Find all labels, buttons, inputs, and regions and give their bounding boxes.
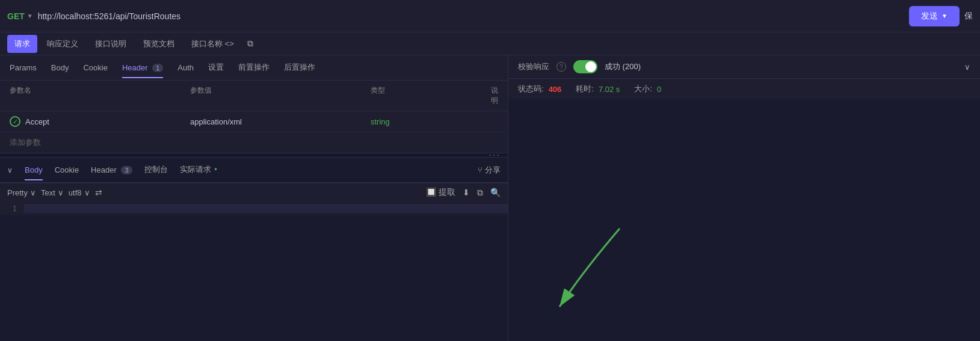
extract-text: 提取: [439, 187, 455, 197]
search-icon-symbol: 🔍: [490, 188, 501, 197]
resp-tab-body[interactable]: Body: [25, 161, 43, 180]
enabled-check-icon[interactable]: ✓: [10, 116, 20, 127]
table-header: 参数名 参数值 类型 说明: [0, 81, 508, 111]
param-name-value: Accept: [25, 117, 49, 126]
tab-api-description[interactable]: 接口说明: [88, 35, 134, 53]
send-label: 发送: [921, 11, 938, 22]
tab-post-op-label: 后置操作: [284, 63, 315, 72]
validate-toggle[interactable]: [573, 60, 597, 73]
param-value-text: application/xml: [190, 117, 242, 126]
param-type-text: string: [371, 117, 390, 126]
tab-response-definition[interactable]: 响应定义: [40, 35, 85, 53]
download-icon-symbol: ⬇: [463, 188, 470, 197]
code-area: 1: [0, 201, 508, 215]
param-value-cell[interactable]: application/xml: [190, 117, 371, 126]
toggle-knob: [585, 61, 596, 72]
validate-label: 校验响应: [518, 61, 549, 72]
url-input[interactable]: [38, 11, 904, 21]
pretty-label: Pretty: [7, 188, 28, 197]
table-row: ✓ Accept application/xml string: [0, 111, 508, 132]
copy-tab-icon[interactable]: ⧉: [244, 36, 257, 51]
tab-request-label: 请求: [14, 39, 30, 48]
action-icons-group: 🔲 提取 ⬇ ⧉ 🔍: [426, 187, 501, 198]
divider-bar: ···: [0, 153, 508, 158]
line-number-1: 1: [7, 204, 17, 213]
tab-settings[interactable]: 设置: [208, 57, 224, 79]
pretty-dropdown[interactable]: Pretty ∨: [7, 188, 36, 197]
tab-params[interactable]: Params: [10, 58, 37, 78]
resp-tab-actual-req[interactable]: 实际请求 •: [180, 159, 217, 181]
wrap-icon[interactable]: ⇄: [95, 188, 102, 197]
right-panel: 校验响应 ? 成功 (200) ∨ 状态码: 406 耗时: 7.02 s 大小…: [508, 55, 980, 341]
share-label: 分享: [485, 165, 501, 176]
url-bar: GET ▼ 发送 ▼ 保: [0, 0, 980, 32]
tab-header[interactable]: Header 1: [122, 58, 163, 78]
bottom-section: Params Body Cookie Header 1 Auth 设置: [0, 55, 980, 341]
resp-tab-console[interactable]: 控制台: [144, 159, 168, 181]
text-label: Text: [41, 188, 55, 197]
bottom-toolbar: Pretty ∨ Text ∨ utf8 ∨ ⇄ 🔲 提取: [0, 183, 508, 201]
tab-response-definition-label: 响应定义: [47, 39, 78, 48]
col-desc: 说明: [491, 85, 498, 106]
utf8-dropdown[interactable]: utf8 ∨: [69, 188, 90, 197]
tab-api-description-label: 接口说明: [95, 39, 126, 48]
tab-pre-op-label: 前置操作: [238, 63, 270, 72]
search-icon[interactable]: 🔍: [490, 187, 501, 198]
param-type-cell: string: [371, 117, 491, 126]
tab-preview-doc[interactable]: 预览文档: [136, 35, 182, 53]
tab-api-name-label: 接口名称 <>: [191, 39, 234, 48]
wrap-icon-symbol: ⇄: [95, 188, 102, 197]
tab-pre-op[interactable]: 前置操作: [238, 57, 270, 79]
tab-auth-label: Auth: [177, 63, 194, 72]
save-button[interactable]: 保: [964, 11, 973, 22]
actual-req-dot: •: [214, 165, 217, 174]
download-icon[interactable]: ⬇: [463, 187, 470, 198]
method-dropdown[interactable]: GET ▼: [7, 11, 33, 21]
header-params-table: ✓ Accept application/xml string 添加参数: [0, 111, 508, 153]
resp-header-badge: 3: [121, 166, 132, 174]
tab-cookie[interactable]: Cookie: [83, 58, 107, 78]
resp-tab-actual-req-label: 实际请求: [180, 165, 211, 174]
text-dropdown[interactable]: Text ∨: [41, 188, 64, 197]
code-content[interactable]: [24, 204, 508, 213]
share-button[interactable]: ⑂ 分享: [478, 165, 501, 176]
resp-tab-header[interactable]: Header 3: [91, 161, 132, 180]
response-tabs-row: ∨ Body Cookie Header 3 控制台 实际请求 •: [0, 158, 508, 183]
tab-body[interactable]: Body: [51, 58, 69, 78]
col-param-name: 参数名: [10, 85, 190, 106]
resp-tab-cookie[interactable]: Cookie: [55, 161, 79, 180]
params-tabs-row: Params Body Cookie Header 1 Auth 设置: [0, 55, 508, 81]
col-type: 类型: [371, 85, 491, 106]
utf8-label: utf8: [69, 188, 82, 197]
tab-header-label: Header: [122, 63, 148, 72]
tab-api-name[interactable]: 接口名称 <>: [184, 35, 241, 53]
save-label: 保: [964, 11, 973, 20]
extract-label: 🔲: [426, 187, 436, 197]
request-tabs-row: 请求 响应定义 接口说明 预览文档 接口名称 <> ⧉: [0, 32, 980, 55]
status-row: 状态码: 406 耗时: 7.02 s 大小: 0: [508, 79, 980, 99]
col-param-value: 参数值: [190, 85, 371, 106]
status-time-value: 7.02 s: [599, 85, 620, 94]
expand-icon[interactable]: ∨: [964, 63, 970, 72]
share-icon: ⑂: [478, 165, 482, 174]
tab-request[interactable]: 请求: [7, 35, 37, 53]
extract-button[interactable]: 🔲 提取: [426, 187, 455, 198]
send-button[interactable]: 发送 ▼: [909, 6, 960, 26]
resp-tab-cookie-label: Cookie: [55, 165, 79, 174]
status-size-label: 大小:: [634, 84, 652, 94]
tab-cookie-label: Cookie: [83, 63, 107, 72]
status-code-label: 状态码:: [518, 84, 544, 94]
success-text: 成功 (200): [605, 61, 641, 72]
add-param-button[interactable]: 添加参数: [0, 132, 508, 153]
text-chevron-icon: ∨: [58, 188, 64, 197]
tab-post-op[interactable]: 后置操作: [284, 57, 315, 79]
help-icon[interactable]: ?: [556, 62, 566, 72]
collapse-icon[interactable]: ∨: [7, 166, 13, 174]
main-layout: GET ▼ 发送 ▼ 保 请求 响应定义 接口说明 预览文档 接口名称 <> ⧉: [0, 0, 980, 341]
copy-icon[interactable]: ⧉: [477, 187, 483, 198]
copy-icon-symbol: ⧉: [477, 188, 483, 197]
utf8-chevron-icon: ∨: [84, 188, 90, 197]
method-label: GET: [7, 11, 25, 21]
tab-auth[interactable]: Auth: [177, 58, 194, 78]
tab-settings-label: 设置: [208, 63, 224, 72]
